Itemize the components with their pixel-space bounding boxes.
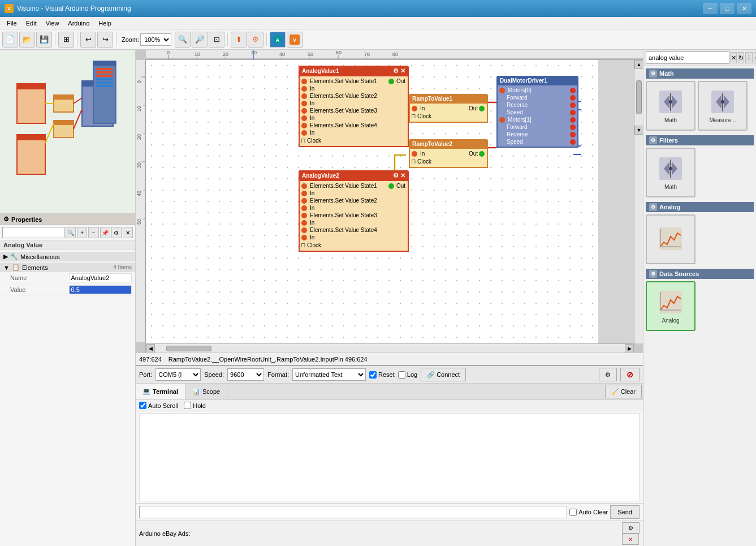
zoom-fit-button[interactable]: ⊡ [209,32,224,48]
clear-button[interactable]: 🧹 Clear [605,385,642,398]
node-settings-icon-2[interactable]: ⚙ [393,172,399,179]
search-config-button[interactable]: ⋮ [745,52,753,63]
arduino-button[interactable]: A [270,32,286,48]
prop-expand-button[interactable]: + [77,227,87,238]
motor-pin-right-2[interactable] [570,95,576,101]
save-button[interactable]: 💾 [36,32,52,48]
pin2-left-1[interactable] [301,183,307,189]
reset-check[interactable]: Reset [369,371,395,379]
zoom-out-button[interactable]: 🔎 [192,32,208,48]
component-search-input[interactable] [646,51,729,64]
port-select[interactable]: COM5 (lCOM1COM3 [155,368,201,381]
serial-input-field[interactable] [139,506,567,518]
compile-button[interactable]: ⚙ [248,32,263,48]
close-button[interactable]: ✕ [737,3,751,14]
connect-button[interactable]: 🔗 Connect [421,368,466,381]
pin2-left-2[interactable] [301,191,307,196]
pin-left-6[interactable] [301,115,307,121]
pin-left-8[interactable] [301,130,307,136]
node-close-icon-2[interactable]: ✕ [400,172,405,179]
menu-arduino[interactable]: Arduino [63,19,94,28]
hold-checkbox[interactable] [184,402,191,409]
pin-left-3[interactable] [301,93,307,99]
log-checkbox[interactable] [398,371,405,379]
pin2-left-8[interactable] [301,235,307,240]
pin-left-5[interactable] [301,108,307,114]
grid-button[interactable]: ⊞ [58,32,74,48]
node-dual-motor-driver-1[interactable]: DualMotorDriver1 Motors[0] Forward [496,76,578,148]
pin-left-2[interactable] [301,86,307,92]
ramp2-pin-out[interactable] [479,151,485,157]
visuino-button[interactable]: V [287,32,303,48]
node-ramp-to-value-1[interactable]: RampToValue1 In Out ⊓ Clock [409,94,488,123]
menu-file[interactable]: File [2,19,21,28]
properties-search-input[interactable] [2,227,64,238]
comp-analog-chart[interactable] [646,214,695,264]
menu-view[interactable]: View [41,19,64,28]
pin2-left-6[interactable] [301,220,307,226]
scroll-right-button[interactable]: ▶ [625,344,634,353]
scroll-down-button[interactable]: ▼ [634,126,643,135]
motor-pin-right-8[interactable] [570,139,576,145]
motor-pin-right-1[interactable] [570,88,576,93]
search-expand-button[interactable]: + [754,52,756,63]
tab-terminal[interactable]: 💻 Terminal [136,384,185,399]
pin2-out[interactable] [388,183,394,189]
auto-scroll-checkbox[interactable] [139,402,146,409]
pin2-left-5[interactable] [301,213,307,218]
pin-left-7[interactable] [301,123,307,128]
prop-close-button[interactable]: ✕ [123,227,133,238]
motor-pin-m1[interactable] [499,117,505,123]
pin2-left-4[interactable] [301,205,307,211]
format-select[interactable]: Unformatted TextHEXDEC [292,368,366,381]
send-button[interactable]: Send [610,505,640,519]
motor-pin-right-3[interactable] [570,102,576,108]
ramp2-pin-in[interactable] [412,151,417,157]
prop-search-button[interactable]: 🔍 [66,227,76,238]
tab-scope[interactable]: 📊 Scope [185,384,227,399]
motor-pin-right-4[interactable] [570,110,576,115]
open-button[interactable]: 📂 [19,32,35,48]
menu-edit[interactable]: Edit [21,19,41,28]
prop-group-elements-header[interactable]: ▼ 📋 Elements 4 Items [0,263,135,272]
redo-button[interactable]: ↪ [97,32,113,48]
node-close-icon[interactable]: ✕ [400,67,405,75]
pin-left-4[interactable] [301,101,307,106]
vertical-scrollbar[interactable]: ▲ ▼ [634,60,643,343]
prop-collapse-button[interactable]: − [88,227,98,238]
ramp1-pin-in[interactable] [412,106,417,111]
ads-close-button[interactable]: ✕ [622,534,639,545]
motor-pin-m0[interactable] [499,88,505,93]
canvas-scroll[interactable]: AnalogValue1 ⚙ ✕ Elements.Set Value Stat… [146,60,634,343]
menu-help[interactable]: Help [94,19,116,28]
serial-settings-button[interactable]: ⚙ [599,368,617,381]
scroll-up-button[interactable]: ▲ [634,60,643,69]
motor-pin-right-6[interactable] [570,124,576,130]
upload-button[interactable]: ⬆ [231,32,247,48]
node-settings-icon[interactable]: ⚙ [393,67,399,75]
comp-analog-datasource[interactable]: Analog [646,281,695,331]
horizontal-scrollbar[interactable]: ◀ ▶ [146,343,634,352]
pin-left-1[interactable] [301,79,307,84]
log-check[interactable]: Log [398,371,417,379]
comp-math-scale[interactable]: Math [646,81,695,131]
pin-out[interactable] [388,79,394,84]
comp-measure[interactable]: ... Measure... [698,81,748,131]
prop-settings-button[interactable]: ⚙ [111,227,122,238]
zoom-in-button[interactable]: 🔍 [175,32,191,48]
prop-group-misc-header[interactable]: ▶ 🔧 Miscellaneous [0,252,135,261]
node-analog-value-2[interactable]: AnalogValue2 ⚙ ✕ Elements.Set Value Stat… [299,170,409,252]
search-icon-button[interactable]: ✕ [731,52,737,63]
pin2-left-3[interactable] [301,198,307,204]
ads-settings-button[interactable]: ⚙ [622,522,640,534]
auto-scroll-check[interactable]: Auto Scroll [139,402,178,409]
node-ramp-to-value-2[interactable]: RampToValue2 In Out ⊓ Clock [409,139,488,168]
scroll-left-button[interactable]: ◀ [146,344,155,353]
speed-select[interactable]: 960011520057600 [227,368,264,381]
undo-button[interactable]: ↩ [80,32,96,48]
scroll-thumb-v[interactable] [636,80,642,114]
autoclear-checkbox[interactable] [569,509,577,516]
motor-pin-right-7[interactable] [570,132,576,137]
hold-check[interactable]: Hold [184,402,206,409]
comp-filters-math[interactable]: Math [646,148,695,197]
